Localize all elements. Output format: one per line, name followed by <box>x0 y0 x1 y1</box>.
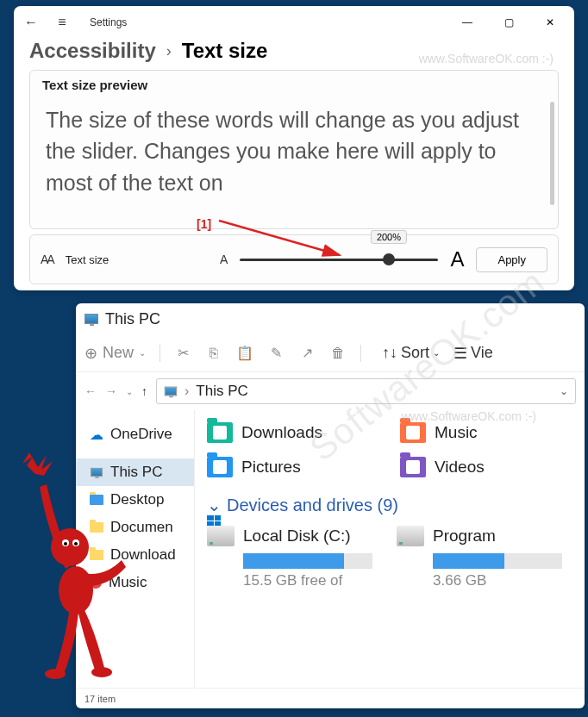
folder-icon <box>90 522 103 533</box>
preview-card: Text size preview The size of these word… <box>29 70 559 229</box>
preview-text: The size of these words will change as y… <box>30 99 558 198</box>
nav-recent[interactable]: ⌄ <box>126 387 133 396</box>
status-bar: 17 item <box>76 688 585 708</box>
scrollbar[interactable] <box>550 102 554 205</box>
plus-icon: ⊕ <box>84 344 97 363</box>
chevron-right-icon: › <box>166 42 172 60</box>
annotation-1: [1] <box>197 217 211 231</box>
folder-videos[interactable]: Videos <box>400 457 585 477</box>
slider-label: Text size <box>66 253 109 266</box>
apply-button[interactable]: Apply <box>476 247 547 272</box>
nav-up[interactable]: ↑ <box>141 384 147 398</box>
sidebar-item-music[interactable]: Music <box>76 569 194 596</box>
chevron-right-icon: › <box>185 383 189 399</box>
drive-program[interactable]: Program 3.66 GB <box>397 526 569 589</box>
svg-point-7 <box>64 542 67 546</box>
explorer-toolbar: ⊕ New ⌄ ✂ ⎘ 📋 ✎ ↗ 🗑 ↑↓ Sort ⌄ ☰ Vie <box>76 334 585 372</box>
rename-icon[interactable]: ✎ <box>267 345 285 362</box>
sidebar: ☁ OneDrive This PC Desktop Documen Downl… <box>76 410 195 688</box>
preview-title: Text size preview <box>30 71 558 99</box>
content-pane: Downloads Music Pictures Videos ⌄ Device… <box>195 410 585 688</box>
sidebar-item-downloads[interactable]: Download <box>76 541 194 569</box>
sort-button[interactable]: ↑↓ Sort ⌄ <box>382 344 440 362</box>
back-button[interactable]: ← <box>21 12 41 33</box>
pictures-icon <box>207 457 233 477</box>
drives-list: Local Disk (C:) 15.5 GB free of Program … <box>207 526 585 589</box>
view-icon: ☰ <box>454 344 467 363</box>
this-pc-icon <box>165 387 177 396</box>
breadcrumb-parent[interactable]: Accessibility <box>29 39 156 63</box>
chevron-down-icon[interactable]: ⌄ <box>560 385 568 397</box>
text-size-row: AA Text size A 200% A Apply <box>29 234 559 284</box>
menu-button[interactable]: ≡ <box>52 12 72 33</box>
explorer-window: This PC ⊕ New ⌄ ✂ ⎘ 📋 ✎ ↗ 🗑 ↑↓ Sort ⌄ ☰ … <box>76 303 585 708</box>
sidebar-item-desktop[interactable]: Desktop <box>76 486 194 514</box>
sidebar-item-thispc[interactable]: This PC <box>76 458 194 486</box>
explorer-titlebar: This PC <box>76 303 585 334</box>
chevron-down-icon: ⌄ <box>139 348 146 358</box>
drive-icon <box>207 526 235 546</box>
explorer-title: This PC <box>105 310 160 328</box>
cut-icon[interactable]: ✂ <box>174 345 191 362</box>
address-bar[interactable]: › This PC ⌄ <box>156 378 576 404</box>
slider-tooltip: 200% <box>371 230 407 244</box>
slider-thumb[interactable] <box>383 253 395 265</box>
folder-icon <box>90 495 103 505</box>
sort-icon: ↑↓ <box>382 344 397 362</box>
devices-section-header[interactable]: ⌄ Devices and drives (9) <box>207 495 585 515</box>
folder-icon <box>90 550 103 560</box>
this-pc-icon <box>91 468 103 477</box>
cloud-icon: ☁ <box>90 427 103 443</box>
big-a-label: A <box>450 247 464 271</box>
svg-point-5 <box>62 539 69 546</box>
settings-window: ← ≡ Settings ― ▢ ✕ Accessibility › Text … <box>14 6 574 290</box>
paste-icon[interactable]: 📋 <box>236 345 253 362</box>
svg-point-3 <box>45 669 66 679</box>
app-title: Settings <box>90 16 127 28</box>
nav-forward[interactable]: → <box>105 384 117 398</box>
text-size-icon: AA <box>41 253 53 266</box>
close-button[interactable]: ✕ <box>533 10 567 34</box>
view-button[interactable]: ☰ Vie <box>454 344 493 363</box>
chevron-down-icon: ⌄ <box>433 348 440 358</box>
share-icon[interactable]: ↗ <box>298 345 316 362</box>
folder-music[interactable]: Music <box>400 422 585 443</box>
drive-icon <box>397 526 424 546</box>
address-text: This PC <box>196 383 247 400</box>
folder-downloads[interactable]: Downloads <box>207 422 391 443</box>
folders-grid: Downloads Music Pictures Videos <box>207 422 585 477</box>
drive-usage-bar <box>433 553 562 569</box>
sidebar-item-documents[interactable]: Documen <box>76 514 194 541</box>
breadcrumb-current: Text size <box>182 39 268 63</box>
videos-icon <box>400 457 426 477</box>
copy-icon[interactable]: ⎘ <box>205 345 222 362</box>
breadcrumb: Accessibility › Text size <box>14 39 574 70</box>
maximize-button[interactable]: ▢ <box>491 10 526 34</box>
nav-back[interactable]: ← <box>84 384 97 398</box>
folder-pictures[interactable]: Pictures <box>207 457 391 477</box>
chevron-down-icon: ⌄ <box>207 495 222 515</box>
new-button[interactable]: ⊕ New ⌄ <box>84 344 146 363</box>
music-icon <box>400 422 426 443</box>
titlebar: ← ≡ Settings ― ▢ ✕ <box>14 6 574 39</box>
music-icon <box>90 577 102 589</box>
delete-icon[interactable]: 🗑 <box>329 345 347 362</box>
drive-c[interactable]: Local Disk (C:) 15.5 GB free of <box>207 526 379 589</box>
small-a-label: A <box>220 253 228 266</box>
downloads-icon <box>207 422 233 443</box>
nav-row: ← → ⌄ ↑ › This PC ⌄ <box>76 372 585 410</box>
minimize-button[interactable]: ― <box>450 10 485 34</box>
drive-usage-bar <box>243 553 372 569</box>
this-pc-icon <box>84 314 98 324</box>
text-size-slider[interactable]: 200% <box>240 251 438 268</box>
sidebar-item-onedrive[interactable]: ☁ OneDrive <box>76 421 194 448</box>
